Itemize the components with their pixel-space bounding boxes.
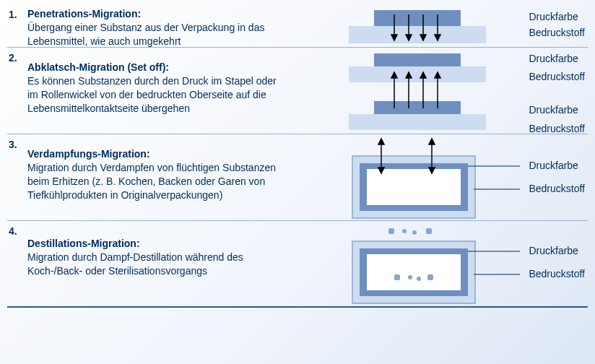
svg-rect-13	[349, 114, 486, 130]
svg-point-37	[412, 230, 417, 235]
item-text: Penetrations-Migration: Übergang einer S…	[27, 7, 287, 41]
svg-point-36	[402, 229, 407, 233]
svg-rect-0	[374, 10, 461, 26]
item-number: 2.	[9, 51, 27, 128]
item-text: Destillations-Migration: Migration durch…	[27, 224, 287, 300]
item-number: 3.	[9, 137, 27, 214]
svg-rect-42	[394, 274, 400, 280]
svg-marker-30	[429, 139, 435, 144]
item-number: 4.	[9, 224, 27, 300]
item-title: Abklatsch-Migration (Set off):	[27, 61, 169, 73]
label-ink: Druckfarbe	[529, 159, 585, 172]
item-title: Verdampfungs-Migration:	[27, 148, 150, 160]
label-ink: Druckfarbe	[529, 10, 585, 23]
svg-rect-1	[349, 26, 486, 43]
label-substrate: Bedruckstoff	[529, 122, 585, 135]
svg-rect-38	[426, 228, 432, 234]
item-title: Penetrations-Migration:	[27, 8, 141, 20]
svg-marker-26	[378, 139, 384, 144]
svg-rect-10	[374, 53, 461, 66]
svg-rect-11	[349, 66, 486, 82]
svg-rect-41	[367, 254, 461, 290]
label-substrate: Bedruckstoff	[529, 267, 585, 280]
item-desc: Migration durch Dampf-Destillation währe…	[27, 251, 243, 277]
diagram-1: Druckfarbe Bedruckstoff	[287, 7, 588, 41]
diagram-4: Druckfarbe Bedruckstoff	[287, 224, 588, 300]
svg-rect-12	[374, 101, 461, 114]
item-number: 1.	[9, 7, 27, 41]
item-desc: Migration durch Verdampfen von flüchtige…	[27, 162, 276, 201]
item-text: Abklatsch-Migration (Set off): Es können…	[27, 51, 287, 128]
row-4: 4. Destillations-Migration: Migration du…	[7, 221, 588, 308]
label-ink: Druckfarbe	[529, 244, 585, 257]
label-ink: Druckfarbe	[529, 103, 585, 116]
label-substrate: Bedruckstoff	[529, 26, 585, 39]
label-ink: Druckfarbe	[529, 52, 585, 65]
svg-rect-45	[427, 274, 433, 280]
svg-rect-35	[388, 228, 394, 234]
svg-point-43	[408, 275, 412, 280]
row-3: 3. Verdampfungs-Migration: Migration dur…	[7, 134, 588, 221]
row-1: 1. Penetrations-Migration: Übergang eine…	[7, 4, 588, 48]
svg-rect-24	[367, 169, 461, 205]
svg-point-44	[417, 277, 421, 281]
item-title: Destillations-Migration:	[27, 238, 140, 249]
item-text: Verdampfungs-Migration: Migration durch …	[27, 137, 287, 214]
label-substrate: Bedruckstoff	[529, 70, 585, 83]
item-desc: Es können Substanzen durch den Druck im …	[27, 75, 277, 114]
label-substrate: Bedruckstoff	[529, 182, 585, 195]
item-desc: Übergang einer Substanz aus der Verpacku…	[27, 22, 264, 47]
diagram-2: Druckfarbe Bedruckstoff Druckfarbe Bedru…	[287, 51, 588, 128]
row-2: 2. Abklatsch-Migration (Set off): Es kön…	[7, 48, 588, 134]
diagram-3: Druckfarbe Bedruckstoff	[287, 137, 588, 214]
